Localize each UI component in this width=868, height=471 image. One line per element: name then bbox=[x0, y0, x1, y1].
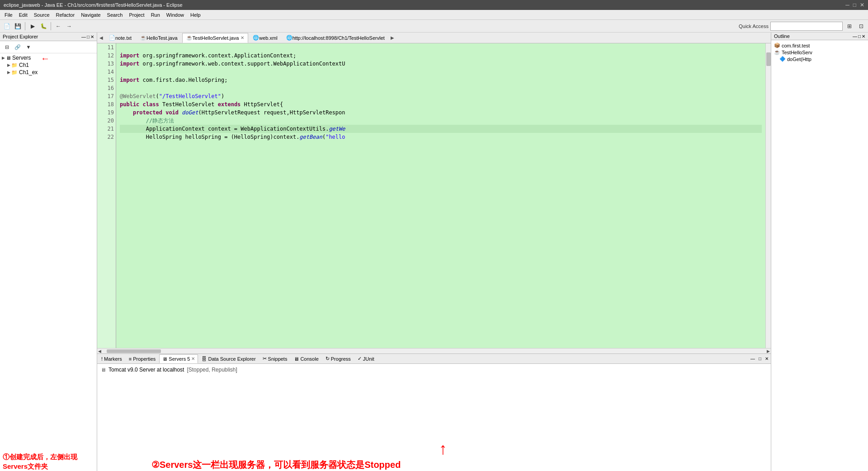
title-bar: eclipse_javaweb - Java EE - Ch1/src/com/… bbox=[0, 0, 868, 10]
btab-icon-1: ≡ bbox=[129, 356, 132, 362]
project-explorer-close[interactable]: ✕ bbox=[90, 34, 94, 39]
close-button[interactable]: ✕ bbox=[860, 2, 864, 8]
code-line-13: import org.springframework.web.context.s… bbox=[120, 60, 762, 68]
bottom-tab-junit[interactable]: ✓JUnit bbox=[354, 354, 377, 363]
outline-close[interactable]: ✕ bbox=[862, 34, 865, 39]
outline-item-method[interactable]: 🔷 doGet(Http bbox=[773, 56, 866, 62]
toolbar-sep-1 bbox=[25, 22, 25, 30]
quick-access-input[interactable] bbox=[770, 22, 843, 31]
menu-item-edit[interactable]: Edit bbox=[16, 11, 30, 19]
btab-icon-5: 🖥 bbox=[294, 356, 299, 362]
menu-item-run[interactable]: Run bbox=[148, 11, 163, 19]
tree-item-servers[interactable]: ▶ 🖥 Servers bbox=[0, 54, 97, 61]
forward-button[interactable]: → bbox=[64, 21, 74, 31]
bottom-max-btn[interactable]: □ bbox=[757, 356, 763, 362]
bottom-tab-properties[interactable]: ≡Properties bbox=[126, 354, 159, 363]
outline-method-label: doGet(Http bbox=[787, 57, 811, 62]
bottom-tab-snippets[interactable]: ✂Snippets bbox=[259, 354, 291, 363]
btab-close-2[interactable]: ✕ bbox=[191, 356, 195, 361]
perspective-button-2[interactable]: ⊡ bbox=[856, 21, 866, 31]
hscroll-right-arrow[interactable]: ▶ bbox=[766, 349, 771, 353]
code-line-18: public class TestHelloServlet extends Ht… bbox=[120, 100, 762, 108]
debug-button[interactable]: 🐛 bbox=[38, 21, 48, 31]
bottom-tab-data-source-explorer[interactable]: 🗄Data Source Explorer bbox=[198, 354, 259, 363]
servers-folder-icon: 🖥 bbox=[6, 55, 11, 61]
code-line-14 bbox=[120, 68, 762, 76]
menu-item-navigate[interactable]: Navigate bbox=[78, 11, 103, 19]
outline-item-package[interactable]: 📦 com.first.test bbox=[773, 42, 866, 49]
menu-item-refactor[interactable]: Refactor bbox=[53, 11, 78, 19]
project-explorer-max[interactable]: □ bbox=[87, 34, 90, 39]
tab-icon-0: 📄 bbox=[109, 35, 115, 41]
editor-tab-2[interactable]: ☕ TestHelloServlet.java ✕ bbox=[182, 33, 249, 43]
bottom-tab-progress[interactable]: ↻Progress bbox=[322, 354, 354, 363]
tab-icon-3: 🌐 bbox=[253, 35, 259, 41]
bottom-close-btn[interactable]: ✕ bbox=[764, 356, 770, 362]
annotation2-area: ↑ ②Servers这一栏出现服务器，可以看到服务器状态是Stopped bbox=[97, 432, 771, 471]
link-with-editor-button[interactable]: 🔗 bbox=[13, 42, 23, 52]
menu-item-search[interactable]: Search bbox=[104, 11, 126, 19]
menu-item-source[interactable]: Source bbox=[31, 11, 52, 19]
code-content[interactable]: import org.springframework.context.Appli… bbox=[116, 43, 765, 348]
code-line-19: protected void doGet(HttpServletRequest … bbox=[120, 108, 762, 117]
code-line-21: ApplicationContext context = WebApplicat… bbox=[120, 125, 762, 133]
tree-item-ch1[interactable]: ▶ 📁 Ch1 bbox=[0, 61, 97, 69]
tab-close-2[interactable]: ✕ bbox=[241, 35, 244, 40]
back-button[interactable]: ← bbox=[53, 21, 63, 31]
annotation2-arrow: ↑ bbox=[124, 441, 762, 457]
editor-tabs: ◀ 📄 note.txt☕ HelloTest.java☕ TestHelloS… bbox=[97, 33, 771, 43]
code-editor: 111213141516171819202122 import org.spri… bbox=[97, 43, 771, 348]
outline-header: Outline — □ ✕ bbox=[771, 33, 868, 40]
collapse-all-button[interactable]: ⊟ bbox=[2, 42, 12, 52]
outline-tree: 📦 com.first.test ☕ TestHelloServ 🔷 doGet… bbox=[771, 40, 868, 64]
bottom-tab-servers[interactable]: 🖥Servers 5 ✕ bbox=[159, 354, 198, 363]
code-line-15: import com.first.dao.HelloSpring; bbox=[120, 76, 762, 84]
bottom-panel: !Markers≡Properties🖥Servers 5 ✕🗄Data Sou… bbox=[97, 353, 771, 471]
editor-tab-4[interactable]: 🌐 http://localhost:8998/Ch1/TestHelloSer… bbox=[282, 33, 389, 43]
code-line-11 bbox=[120, 43, 762, 52]
hscroll-left-arrow[interactable]: ◀ bbox=[97, 349, 102, 353]
hscroll-track[interactable] bbox=[102, 349, 766, 353]
bottom-tab-markers[interactable]: !Markers bbox=[98, 354, 125, 363]
project-tree: ▶ 🖥 Servers ← ▶ 📁 Ch1 ▶ 📁 bbox=[0, 53, 97, 445]
editor-tab-3[interactable]: 🌐 web.xml bbox=[249, 33, 281, 43]
menu-item-window[interactable]: Window bbox=[164, 11, 187, 19]
editor-tab-0[interactable]: 📄 note.txt bbox=[105, 33, 136, 43]
menu-bar: FileEditSourceRefactorNavigateSearchProj… bbox=[0, 10, 868, 20]
tab-icon-2: ☕ bbox=[186, 35, 193, 41]
project-explorer-min[interactable]: — bbox=[81, 34, 86, 39]
annotation1-area: ①创建完成后，左侧出现Servers文件夹 bbox=[0, 445, 97, 471]
annotation1-text: ①创建完成后，左侧出现Servers文件夹 bbox=[3, 452, 94, 471]
ch1-label: Ch1 bbox=[19, 62, 29, 68]
outline-max[interactable]: □ bbox=[858, 34, 861, 39]
editor-tab-1[interactable]: ☕ HelloTest.java bbox=[136, 33, 181, 43]
ch1ex-label: Ch1_ex bbox=[19, 69, 38, 75]
menu-item-file[interactable]: File bbox=[2, 11, 15, 19]
tab-scroll-right[interactable]: ▶ bbox=[389, 35, 396, 40]
tree-item-ch1ex[interactable]: ▶ 📁 Ch1_ex bbox=[0, 69, 97, 76]
perspectives-button[interactable]: ⊞ bbox=[844, 21, 854, 31]
new-button[interactable]: 📄 bbox=[2, 21, 12, 31]
project-explorer-title: Project Explorer bbox=[3, 34, 38, 39]
menu-item-help[interactable]: Help bbox=[188, 11, 203, 19]
btab-icon-4: ✂ bbox=[263, 356, 267, 362]
tab-scroll-left[interactable]: ◀ bbox=[98, 35, 104, 40]
outline-item-class[interactable]: ☕ TestHelloServ bbox=[773, 49, 866, 56]
editor-vscroll[interactable] bbox=[765, 43, 771, 348]
bottom-tab-console[interactable]: 🖥Console bbox=[291, 354, 321, 363]
minimize-button[interactable]: ─ bbox=[845, 2, 849, 8]
ch1ex-arrow-icon: ▶ bbox=[7, 70, 10, 75]
save-button[interactable]: 💾 bbox=[13, 21, 23, 31]
method-icon: 🔷 bbox=[779, 56, 786, 62]
outline-min[interactable]: — bbox=[853, 34, 857, 39]
maximize-button[interactable]: □ bbox=[853, 2, 856, 8]
servers-label: Servers bbox=[12, 55, 31, 61]
tree-view-button[interactable]: ▼ bbox=[24, 42, 33, 52]
server-item[interactable]: 🖥 Tomcat v9.0 Server at localhost [Stopp… bbox=[101, 366, 767, 374]
bottom-content: 🖥 Tomcat v9.0 Server at localhost [Stopp… bbox=[97, 364, 771, 432]
menu-item-project[interactable]: Project bbox=[126, 11, 147, 19]
run-button[interactable]: ▶ bbox=[28, 21, 38, 31]
project-explorer-header: Project Explorer — □ ✕ bbox=[0, 33, 97, 41]
bottom-min-btn[interactable]: — bbox=[749, 356, 756, 362]
quick-access-label: Quick Access bbox=[739, 24, 769, 29]
